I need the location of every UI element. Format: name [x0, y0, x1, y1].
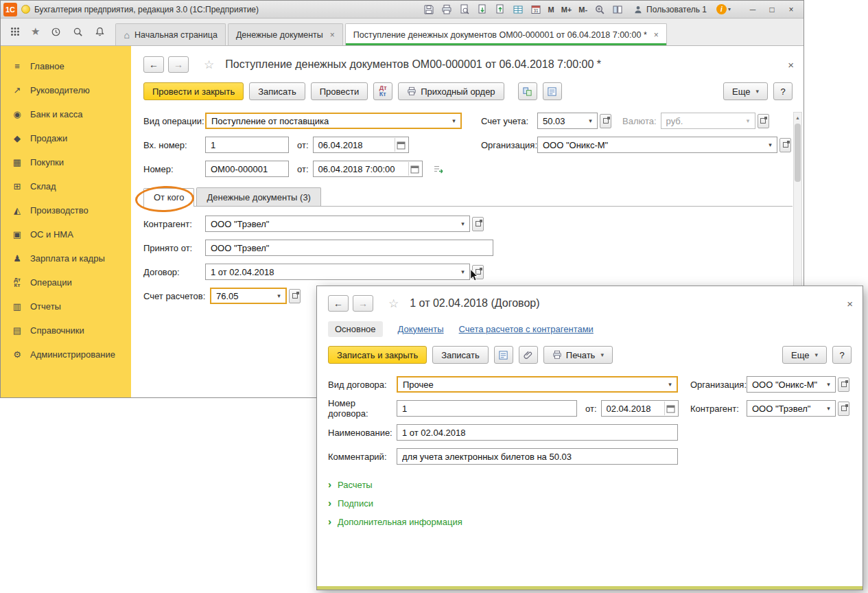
document-links-icon[interactable]	[432, 163, 445, 175]
forward-button[interactable]: →	[353, 295, 373, 312]
post-button[interactable]: Провести	[311, 82, 368, 100]
contract-combobox[interactable]: 1 от 02.04.2018▾	[205, 264, 470, 280]
sidebar-item-bank-cash[interactable]: ◉Банк и касса	[1, 102, 131, 126]
date-input[interactable]: 06.04.2018 7:00:00	[313, 161, 423, 177]
organization-open-button[interactable]	[779, 138, 791, 152]
contract-number-input[interactable]: 1	[397, 400, 577, 417]
split-window-icon[interactable]	[611, 3, 624, 16]
chevron-down-icon[interactable]: ▾	[458, 268, 468, 275]
calc-m-minus-button[interactable]: M-	[578, 5, 588, 14]
file-save-icon[interactable]	[494, 3, 506, 16]
close-dialog-icon[interactable]: ×	[847, 298, 853, 310]
currency-open-button[interactable]	[758, 114, 769, 128]
zoom-icon[interactable]	[594, 3, 606, 16]
minimize-button[interactable]: ─	[746, 3, 760, 16]
favorite-star-icon[interactable]: ☆	[204, 58, 214, 72]
back-button[interactable]: ←	[328, 295, 349, 312]
show-postings-button[interactable]: ДтКт	[373, 82, 392, 100]
sidebar-item-warehouse[interactable]: ⊞Склад	[1, 174, 131, 198]
file-open-icon[interactable]	[476, 3, 489, 16]
menu-grid-icon[interactable]	[9, 25, 21, 38]
contract-open-button[interactable]	[472, 265, 484, 279]
save-icon[interactable]	[423, 3, 435, 16]
incoming-number-input[interactable]: 1	[205, 137, 289, 153]
comment-input[interactable]: для учета электронных билетов на 50.03	[397, 448, 678, 465]
contract-date-input[interactable]: 02.04.2018	[601, 400, 679, 417]
related-documents-button[interactable]	[543, 82, 562, 100]
scroll-up-icon[interactable]: ▲	[795, 113, 800, 122]
sidebar-item-fixed-assets[interactable]: ▣ОС и НМА	[1, 222, 131, 246]
sidebar-item-main[interactable]: ≡Главное	[1, 54, 131, 78]
sidebar-item-directories[interactable]: ▤Справочники	[1, 318, 131, 342]
scrollbar-thumb[interactable]	[795, 124, 801, 182]
chevron-down-icon[interactable]: ▾	[458, 220, 468, 227]
help-button[interactable]: ?	[832, 346, 852, 364]
sidebar-item-operations[interactable]: ДтКтОперации	[1, 270, 131, 294]
user-button[interactable]: Пользователь 1	[633, 5, 707, 14]
sidebar-item-administration[interactable]: ⚙Администрирование	[1, 342, 131, 367]
sidebar-item-production[interactable]: ◭Производство	[1, 198, 131, 222]
chevron-down-icon[interactable]: ▾	[274, 292, 284, 299]
tab-money-documents[interactable]: Денежные документы ×	[228, 23, 343, 45]
save-button[interactable]: Записать	[249, 82, 305, 100]
info-button[interactable]: i ▾	[716, 4, 731, 14]
counterparty-combobox[interactable]: ООО "Трэвел"▾	[747, 400, 836, 417]
calendar-icon[interactable]	[408, 162, 421, 176]
search-icon[interactable]	[71, 25, 84, 38]
cash-order-button[interactable]: Приходный ордер	[398, 82, 504, 100]
more-button[interactable]: Еще▾	[723, 82, 768, 100]
close-form-icon[interactable]: ×	[788, 59, 794, 71]
nav-main[interactable]: Основное	[328, 321, 383, 337]
nav-settlement-accounts-link[interactable]: Счета расчетов с контрагентами	[459, 324, 594, 334]
account-open-button[interactable]	[600, 114, 611, 128]
print-button[interactable]: Печать ▾	[543, 346, 613, 364]
help-button[interactable]: ?	[773, 82, 793, 100]
expander-signatures[interactable]: ›Подписи	[328, 496, 863, 510]
chevron-down-icon[interactable]: ▾	[449, 117, 459, 124]
calendar-icon[interactable]	[395, 138, 407, 152]
number-input[interactable]: ОМ00-000001	[205, 161, 289, 177]
history-clock-icon[interactable]	[49, 25, 62, 38]
tab-receipt-document[interactable]: Поступление денежных документов ОМ00-000…	[345, 23, 667, 45]
settlement-account-open-button[interactable]	[289, 289, 301, 303]
expander-additional-info[interactable]: ›Дополнительная информация	[328, 515, 863, 528]
post-and-close-button[interactable]: Провести и закрыть	[143, 82, 244, 100]
chevron-down-icon[interactable]: ▾	[823, 381, 834, 388]
counterparty-open-button[interactable]	[838, 402, 849, 416]
bell-icon[interactable]	[93, 25, 106, 38]
organization-combobox[interactable]: ООО "Оникс-М"▾	[747, 376, 836, 393]
tab-home[interactable]: ⌂ Начальная страница	[115, 23, 225, 45]
back-button[interactable]: ←	[143, 56, 164, 73]
name-input[interactable]: 1 от 02.04.2018	[397, 424, 678, 441]
calendar-icon[interactable]: 31	[530, 3, 542, 16]
save-and-close-button[interactable]: Записать и закрыть	[328, 346, 427, 364]
tab-money-documents-list[interactable]: Денежные документы (3)	[196, 187, 321, 206]
calc-m-button[interactable]: M	[548, 5, 555, 14]
attachments-button[interactable]	[519, 346, 538, 364]
forward-button[interactable]: →	[168, 56, 189, 73]
print-preview-icon[interactable]	[458, 3, 471, 16]
save-button[interactable]: Записать	[432, 346, 489, 364]
incoming-date-input[interactable]: 06.04.2018	[313, 137, 409, 153]
table-icon[interactable]	[512, 3, 524, 16]
tab-close-icon[interactable]: ×	[654, 30, 659, 40]
counterparty-combobox[interactable]: ООО "Трэвел"▾	[205, 216, 470, 232]
counterparty-open-button[interactable]	[472, 217, 484, 231]
nav-documents-link[interactable]: Документы	[398, 324, 444, 334]
organization-combobox[interactable]: ООО "Оникс-М"▾	[537, 137, 777, 153]
calendar-icon[interactable]	[664, 402, 677, 415]
sidebar-item-purchases[interactable]: ▦Покупки	[1, 150, 131, 174]
expander-settlements[interactable]: ›Расчеты	[328, 478, 863, 491]
sidebar-item-reports[interactable]: ▥Отчеты	[1, 294, 131, 318]
create-based-on-button[interactable]	[518, 82, 537, 100]
account-combobox[interactable]: 50.03▾	[537, 113, 598, 129]
more-button[interactable]: Еще▾	[782, 346, 827, 364]
tab-close-icon[interactable]: ×	[330, 30, 335, 40]
settlement-account-combobox[interactable]: 76.05▾	[210, 288, 287, 304]
chevron-down-icon[interactable]: ▾	[665, 381, 675, 388]
close-window-button[interactable]: ×	[784, 3, 798, 16]
report-button[interactable]	[494, 346, 513, 364]
operation-kind-combobox[interactable]: Поступление от поставщика▾	[205, 113, 462, 129]
tab-from-whom[interactable]: От кого	[143, 188, 194, 207]
maximize-button[interactable]: □	[765, 3, 779, 16]
